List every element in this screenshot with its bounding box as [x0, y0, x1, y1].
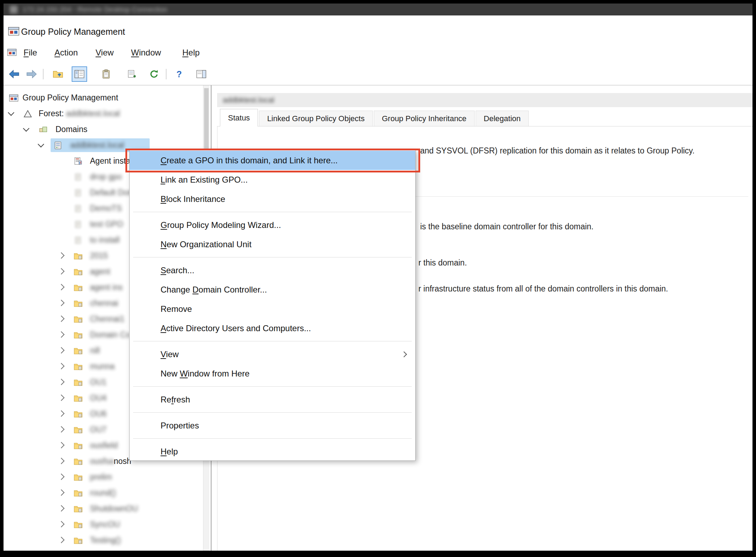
- menu-item-help[interactable]: Help: [130, 442, 415, 461]
- chevron-right-icon[interactable]: [58, 458, 64, 464]
- app-title: Group Policy Management: [21, 25, 125, 39]
- forward-icon[interactable]: [24, 66, 39, 82]
- menu-item-new-organizational-unit[interactable]: New Organizational Unit: [130, 235, 415, 254]
- chevron-right-icon[interactable]: [58, 363, 64, 369]
- tree-item-label: nill: [90, 343, 100, 359]
- tree-item-label: to install: [90, 232, 119, 248]
- tree-item-label: DemoTS: [90, 201, 122, 216]
- chevron-right-icon[interactable]: [58, 426, 64, 432]
- tree-item-label: SyncOU: [90, 517, 120, 532]
- clipboard-icon[interactable]: [98, 66, 114, 82]
- menubar-item-action[interactable]: Action: [54, 45, 78, 60]
- menu-separator: [133, 412, 412, 413]
- folder-icon: [73, 393, 83, 403]
- chevron-right-icon[interactable]: [58, 268, 64, 274]
- folder-icon: [73, 346, 83, 355]
- folder-icon: [73, 251, 83, 261]
- show-tree-icon[interactable]: [72, 66, 87, 82]
- action-pane-icon[interactable]: [194, 66, 209, 82]
- tree-item[interactable]: Forest: addbktest.local: [4, 106, 209, 122]
- forest-icon: [23, 109, 32, 118]
- domain-icon: [53, 141, 63, 150]
- export-list-icon[interactable]: [125, 66, 140, 82]
- status-text-line: and SYSVOL (DFSR) replication for this d…: [420, 146, 695, 156]
- menu-item-remove[interactable]: Remove: [130, 299, 415, 319]
- tree-item[interactable]: Domains: [4, 122, 209, 137]
- menu-item-active-directory-users-and-computers[interactable]: Active Directory Users and Computers...: [130, 319, 415, 338]
- tree-item[interactable]: prelim: [4, 469, 209, 485]
- tree-item-label: test GPO: [90, 216, 123, 232]
- tab-linked-group-policy-objects[interactable]: Linked Group Policy Objects: [259, 111, 373, 126]
- chevron-right-icon[interactable]: [58, 394, 64, 401]
- menu-bar: FileActionViewWindowHelp: [4, 45, 752, 60]
- tree-item-label: Forest: addbktest.local: [39, 106, 120, 122]
- folder-icon: [73, 409, 83, 419]
- tab-group-policy-inheritance[interactable]: Group Policy Inheritance: [374, 111, 475, 126]
- chevron-right-icon[interactable]: [58, 521, 64, 527]
- tab-status[interactable]: Status: [220, 109, 258, 126]
- menu-item-refresh[interactable]: Refresh: [130, 390, 415, 409]
- tree-item-label: munna: [90, 359, 115, 374]
- tree-item[interactable]: ShutdownOU: [4, 501, 209, 517]
- menu-item-group-policy-modeling-wizard[interactable]: Group Policy Modeling Wizard...: [130, 215, 415, 235]
- chevron-right-icon[interactable]: [58, 537, 64, 543]
- tree-item[interactable]: Testing(): [4, 532, 209, 548]
- menubar-item-view[interactable]: View: [96, 45, 114, 60]
- tree-item-label: agent: [90, 264, 110, 280]
- chevron-right-icon[interactable]: [58, 410, 64, 417]
- menu-item-block-inheritance[interactable]: Block Inheritance: [130, 189, 415, 209]
- tree-item[interactable]: Group Policy Management: [4, 90, 209, 106]
- chevron-right-icon[interactable]: [58, 489, 64, 496]
- chevron-down-icon[interactable]: [8, 109, 14, 116]
- folder-icon: [73, 520, 83, 529]
- toolbar-separator: [43, 69, 44, 79]
- menu-item-link-an-existing-gpo[interactable]: Link an Existing GPO...: [130, 170, 415, 189]
- menubar-item-help[interactable]: Help: [182, 45, 200, 60]
- tree-item-label: drop gpo: [90, 169, 122, 185]
- menubar-item-file[interactable]: File: [24, 45, 37, 60]
- menu-item-change-domain-controller[interactable]: Change Domain Controller...: [130, 280, 415, 299]
- gpo-icon: [73, 188, 83, 197]
- tree-item-label: OU1: [90, 374, 106, 390]
- gpo-icon: [73, 172, 83, 182]
- menu-item-create-a-gpo-in-this-domain-and-link-it-here[interactable]: Create a GPO in this domain, and Link it…: [130, 151, 415, 170]
- tab-strip: StatusLinked Group Policy ObjectsGroup P…: [217, 109, 752, 126]
- chevron-right-icon[interactable]: [58, 442, 64, 448]
- menu-item-search[interactable]: Search...: [130, 261, 415, 280]
- context-menu: Create a GPO in this domain, and Link it…: [129, 150, 416, 461]
- chevron-right-icon[interactable]: [58, 379, 64, 385]
- submenu-arrow-icon: [401, 351, 407, 357]
- chevron-right-icon[interactable]: [58, 473, 64, 480]
- chevron-right-icon[interactable]: [58, 331, 64, 338]
- chevron-right-icon[interactable]: [58, 505, 64, 511]
- folder-icon: [73, 457, 83, 466]
- menu-item-view[interactable]: View: [130, 345, 415, 364]
- folder-icon: [73, 504, 83, 513]
- back-icon[interactable]: [6, 66, 22, 82]
- chevron-right-icon[interactable]: [58, 252, 64, 258]
- chevron-right-icon[interactable]: [58, 315, 64, 322]
- tree-item[interactable]: SyncOU: [4, 517, 209, 532]
- status-text-line: is the baseline domain controller for th…: [420, 222, 593, 231]
- refresh-icon[interactable]: [146, 66, 162, 82]
- tree-item[interactable]: vdb-test: [4, 548, 209, 551]
- menu-separator: [133, 257, 412, 257]
- chevron-right-icon[interactable]: [58, 347, 64, 353]
- folder-up-icon[interactable]: [50, 66, 66, 82]
- tree-item-label: ShutdownOU: [90, 501, 138, 517]
- menu-item-new-window-from-here[interactable]: New Window from Here: [130, 364, 415, 383]
- chevron-down-icon[interactable]: [23, 125, 29, 131]
- tree-item-label: Chennai1: [90, 311, 124, 327]
- help-icon[interactable]: ?: [171, 66, 187, 82]
- menubar-item-window[interactable]: Window: [131, 45, 161, 60]
- tree-item-label: prelim: [90, 469, 112, 485]
- chevron-down-icon[interactable]: [38, 141, 44, 147]
- tree-item-label: OU7: [90, 422, 106, 438]
- tab-delegation[interactable]: Delegation: [476, 111, 529, 126]
- chevron-right-icon[interactable]: [58, 300, 64, 306]
- folder-icon: [73, 378, 83, 387]
- menu-item-properties[interactable]: Properties: [130, 416, 415, 435]
- tree-item[interactable]: round(): [4, 485, 209, 501]
- chevron-right-icon[interactable]: [58, 284, 64, 290]
- tree-item-label: Domain Co: [90, 327, 130, 343]
